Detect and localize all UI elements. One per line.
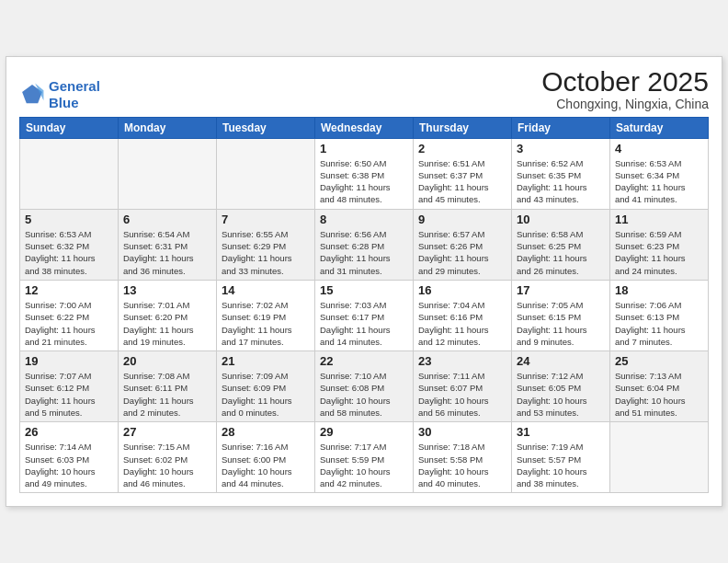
calendar-day-cell: 25Sunrise: 7:13 AMSunset: 6:04 PMDayligh… [610,351,709,422]
day-number: 11 [615,213,703,226]
calendar-day-cell [217,138,315,209]
day-info: Sunrise: 6:53 AMSunset: 6:34 PMDaylight:… [615,157,703,206]
day-number: 31 [517,425,605,439]
day-number: 10 [517,213,605,226]
day-info: Sunrise: 6:57 AMSunset: 6:26 PMDaylight:… [418,228,506,277]
day-number: 9 [418,213,506,226]
general-blue-logo-icon [19,82,45,108]
calendar-day-cell: 8Sunrise: 6:56 AMSunset: 6:28 PMDaylight… [315,209,414,280]
calendar-day-cell: 26Sunrise: 7:14 AMSunset: 6:03 PMDayligh… [20,422,119,493]
day-info: Sunrise: 7:00 AMSunset: 6:22 PMDaylight:… [25,299,113,348]
day-number: 19 [25,354,113,368]
day-info: Sunrise: 6:59 AMSunset: 6:23 PMDaylight:… [615,228,703,277]
day-number: 25 [615,354,703,368]
day-info: Sunrise: 6:55 AMSunset: 6:29 PMDaylight:… [222,228,310,277]
calendar-day-cell: 9Sunrise: 6:57 AMSunset: 6:26 PMDaylight… [414,209,512,280]
day-info: Sunrise: 6:54 AMSunset: 6:31 PMDaylight:… [123,228,211,277]
weekday-header-saturday: Saturday [610,117,709,138]
day-info: Sunrise: 7:10 AMSunset: 6:08 PMDaylight:… [320,370,408,419]
calendar-day-cell: 24Sunrise: 7:12 AMSunset: 6:05 PMDayligh… [512,351,610,422]
day-number: 8 [320,213,408,226]
month-title: October 2025 [541,66,709,97]
calendar-day-cell [20,138,119,209]
calendar-day-cell: 10Sunrise: 6:58 AMSunset: 6:25 PMDayligh… [512,209,610,280]
calendar-day-cell: 16Sunrise: 7:04 AMSunset: 6:16 PMDayligh… [414,280,512,350]
day-info: Sunrise: 7:17 AMSunset: 5:59 PMDaylight:… [320,441,408,489]
day-number: 22 [320,354,408,368]
calendar-day-cell: 20Sunrise: 7:08 AMSunset: 6:11 PMDayligh… [119,351,217,422]
calendar-day-cell: 7Sunrise: 6:55 AMSunset: 6:29 PMDaylight… [217,209,315,280]
day-number: 16 [418,283,506,297]
day-number: 7 [222,213,310,226]
calendar-container: General Blue October 2025 Chongxing, Nin… [6,56,722,508]
day-info: Sunrise: 7:14 AMSunset: 6:03 PMDaylight:… [25,441,113,489]
calendar-day-cell [610,422,709,493]
day-number: 28 [222,425,310,439]
weekday-header-tuesday: Tuesday [217,117,315,138]
logo-area: General Blue [19,78,100,111]
day-number: 18 [615,283,703,297]
day-info: Sunrise: 6:51 AMSunset: 6:37 PMDaylight:… [418,157,506,206]
day-info: Sunrise: 6:58 AMSunset: 6:25 PMDaylight:… [517,228,605,277]
day-info: Sunrise: 7:09 AMSunset: 6:09 PMDaylight:… [222,370,310,419]
calendar-week-row: 1Sunrise: 6:50 AMSunset: 6:38 PMDaylight… [20,138,709,209]
calendar-day-cell: 15Sunrise: 7:03 AMSunset: 6:17 PMDayligh… [315,280,414,350]
calendar-day-cell: 23Sunrise: 7:11 AMSunset: 6:07 PMDayligh… [414,351,512,422]
day-info: Sunrise: 7:04 AMSunset: 6:16 PMDaylight:… [418,299,506,348]
day-info: Sunrise: 7:05 AMSunset: 6:15 PMDaylight:… [517,299,605,348]
day-number: 20 [123,354,211,368]
day-number: 27 [123,425,211,439]
weekday-header-wednesday: Wednesday [315,117,414,138]
day-info: Sunrise: 7:03 AMSunset: 6:17 PMDaylight:… [320,299,408,348]
calendar-week-row: 12Sunrise: 7:00 AMSunset: 6:22 PMDayligh… [20,280,709,350]
day-info: Sunrise: 7:11 AMSunset: 6:07 PMDaylight:… [418,370,506,419]
day-number: 15 [320,283,408,297]
weekday-header-monday: Monday [119,117,217,138]
title-area: October 2025 Chongxing, Ningxia, China [541,66,709,111]
day-number: 26 [25,425,113,439]
location-title: Chongxing, Ningxia, China [541,97,709,111]
weekday-header-row: SundayMondayTuesdayWednesdayThursdayFrid… [20,117,709,138]
day-info: Sunrise: 6:50 AMSunset: 6:38 PMDaylight:… [320,157,408,206]
day-number: 2 [418,142,506,155]
day-number: 23 [418,354,506,368]
calendar-day-cell: 14Sunrise: 7:02 AMSunset: 6:19 PMDayligh… [217,280,315,350]
day-number: 5 [25,213,113,226]
day-info: Sunrise: 6:53 AMSunset: 6:32 PMDaylight:… [25,228,113,277]
day-info: Sunrise: 7:07 AMSunset: 6:12 PMDaylight:… [25,370,113,419]
header-area: General Blue October 2025 Chongxing, Nin… [19,66,709,111]
day-info: Sunrise: 7:08 AMSunset: 6:11 PMDaylight:… [123,370,211,419]
calendar-day-cell: 11Sunrise: 6:59 AMSunset: 6:23 PMDayligh… [610,209,709,280]
day-info: Sunrise: 7:06 AMSunset: 6:13 PMDaylight:… [615,299,703,348]
day-number: 30 [418,425,506,439]
calendar-day-cell: 27Sunrise: 7:15 AMSunset: 6:02 PMDayligh… [119,422,217,493]
calendar-day-cell: 2Sunrise: 6:51 AMSunset: 6:37 PMDaylight… [414,138,512,209]
calendar-day-cell: 22Sunrise: 7:10 AMSunset: 6:08 PMDayligh… [315,351,414,422]
day-info: Sunrise: 7:19 AMSunset: 5:57 PMDaylight:… [517,441,605,489]
day-info: Sunrise: 7:18 AMSunset: 5:58 PMDaylight:… [418,441,506,489]
calendar-day-cell [119,138,217,209]
calendar-day-cell: 21Sunrise: 7:09 AMSunset: 6:09 PMDayligh… [217,351,315,422]
day-info: Sunrise: 6:52 AMSunset: 6:35 PMDaylight:… [517,157,605,206]
calendar-day-cell: 3Sunrise: 6:52 AMSunset: 6:35 PMDaylight… [512,138,610,209]
day-number: 14 [222,283,310,297]
calendar-day-cell: 29Sunrise: 7:17 AMSunset: 5:59 PMDayligh… [315,422,414,493]
weekday-header-sunday: Sunday [20,117,119,138]
day-number: 17 [517,283,605,297]
calendar-week-row: 5Sunrise: 6:53 AMSunset: 6:32 PMDaylight… [20,209,709,280]
calendar-week-row: 19Sunrise: 7:07 AMSunset: 6:12 PMDayligh… [20,351,709,422]
day-number: 1 [320,142,408,155]
logo-line2: Blue [49,95,79,110]
calendar-day-cell: 18Sunrise: 7:06 AMSunset: 6:13 PMDayligh… [610,280,709,350]
day-number: 12 [25,283,113,297]
day-info: Sunrise: 7:12 AMSunset: 6:05 PMDaylight:… [517,370,605,419]
calendar-day-cell: 12Sunrise: 7:00 AMSunset: 6:22 PMDayligh… [20,280,119,350]
calendar-day-cell: 30Sunrise: 7:18 AMSunset: 5:58 PMDayligh… [414,422,512,493]
weekday-header-thursday: Thursday [414,117,512,138]
calendar-day-cell: 13Sunrise: 7:01 AMSunset: 6:20 PMDayligh… [119,280,217,350]
day-number: 6 [123,213,211,226]
day-number: 21 [222,354,310,368]
day-number: 29 [320,425,408,439]
logo-text: General Blue [49,78,100,111]
weekday-header-friday: Friday [512,117,610,138]
